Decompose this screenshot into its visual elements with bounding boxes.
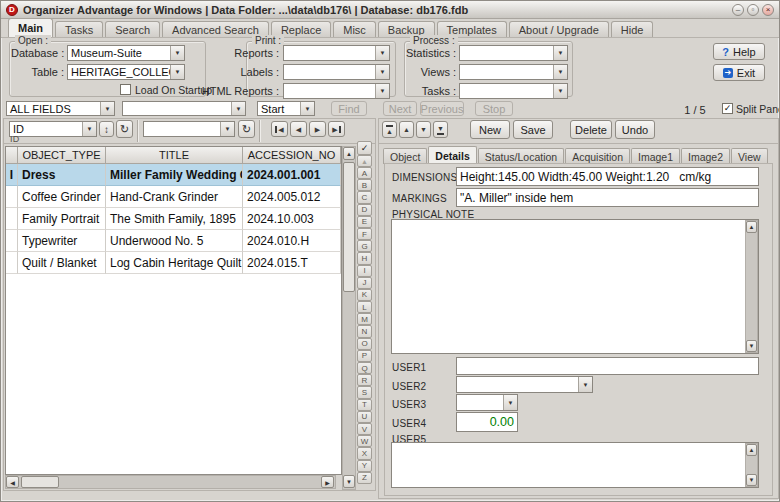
dimensions-field[interactable] <box>456 167 759 186</box>
alphabet-check-button[interactable]: ✓ <box>357 141 372 155</box>
chevron-down-icon[interactable]: ▼ <box>553 46 567 60</box>
new-button[interactable]: New <box>470 120 510 139</box>
table-row[interactable]: Coffee Grinder Hand-Crank Grinder 2024.0… <box>6 186 341 208</box>
tab-object[interactable]: Object <box>383 148 427 164</box>
tab-view[interactable]: View <box>731 148 768 164</box>
next-button[interactable]: Next <box>383 101 417 116</box>
search-field-select[interactable]: ALL FIELDS ▼ <box>6 101 115 116</box>
user3-select[interactable]: ▼ <box>456 394 518 411</box>
alphabet-button-n[interactable]: N <box>357 325 372 337</box>
previous-record-button[interactable]: ◀ <box>290 121 307 137</box>
first-record-button[interactable]: ▲ <box>382 121 397 138</box>
find-button[interactable]: Find <box>331 101 367 116</box>
undo-button[interactable]: Undo <box>615 120 655 139</box>
user1-field[interactable] <box>456 357 759 375</box>
grid-hscroll-thumb[interactable] <box>21 476 59 488</box>
last-record-button[interactable]: ▶ <box>328 121 345 137</box>
alphabet-button-f[interactable]: F <box>357 228 372 240</box>
alphabet-button-o[interactable]: O <box>357 338 372 350</box>
help-button[interactable]: ? Help <box>713 43 765 60</box>
alphabet-button-d[interactable]: D <box>357 204 372 216</box>
tasks-select[interactable]: ▼ <box>459 83 568 99</box>
tab-details[interactable]: Details <box>428 146 476 164</box>
sort-field-select[interactable]: ID ▼ <box>9 121 97 137</box>
table-row-selected[interactable]: I Dress Miller Family Wedding Gown 2024.… <box>6 164 341 186</box>
alphabet-button-e[interactable]: E <box>357 216 372 228</box>
filter-select[interactable]: ▼ <box>143 121 235 137</box>
tab-status-location[interactable]: Status/Location <box>478 148 564 164</box>
alphabet-button-g[interactable]: G <box>357 240 372 252</box>
html-reports-select[interactable]: ▼ <box>283 83 390 99</box>
chevron-down-icon[interactable]: ▼ <box>82 122 96 136</box>
tab-acquisition[interactable]: Acquisition <box>565 148 630 164</box>
alphabet-button-i[interactable]: I <box>357 265 372 277</box>
scroll-left-icon[interactable]: ◀ <box>6 476 19 488</box>
tab-about-upgrade[interactable]: About / Upgrade <box>509 21 609 37</box>
load-on-startup-checkbox[interactable] <box>120 84 131 95</box>
labels-select[interactable]: ▼ <box>283 64 390 80</box>
alphabet-button-h[interactable]: H <box>357 252 372 264</box>
alphabet-button-x[interactable]: X <box>357 447 372 459</box>
reports-select[interactable]: ▼ <box>283 45 390 61</box>
alphabet-up-icon[interactable]: ▲ <box>357 155 372 167</box>
database-select[interactable]: Museum-Suite ▼ <box>67 45 185 61</box>
tab-misc[interactable]: Misc <box>333 21 376 37</box>
minimize-icon[interactable]: – <box>732 4 744 16</box>
alphabet-button-w[interactable]: W <box>357 435 372 447</box>
column-header-title[interactable]: TITLE <box>106 147 243 164</box>
tab-tasks[interactable]: Tasks <box>55 21 103 37</box>
alphabet-button-q[interactable]: Q <box>357 362 372 374</box>
refresh-sort-button[interactable]: ↻ <box>116 120 133 138</box>
table-row[interactable]: Quilt / Blanket Log Cabin Heritage Quilt… <box>6 252 341 274</box>
next-record-button[interactable]: ▼ <box>416 121 431 138</box>
next-record-button[interactable]: ▶ <box>309 121 326 137</box>
alphabet-button-z[interactable]: Z <box>357 472 372 484</box>
stop-button[interactable]: Stop <box>475 101 513 116</box>
views-select[interactable]: ▼ <box>459 64 568 80</box>
scroll-down-icon[interactable]: ▼ <box>746 340 757 352</box>
markings-field[interactable] <box>456 188 759 207</box>
tab-image2[interactable]: Image2 <box>681 148 730 164</box>
chevron-down-icon[interactable]: ▼ <box>553 65 567 79</box>
chevron-down-icon[interactable]: ▼ <box>100 102 114 115</box>
split-panels-checkbox[interactable]: ✓ <box>722 103 733 114</box>
chevron-down-icon[interactable]: ▼ <box>220 122 234 136</box>
chevron-down-icon[interactable]: ▼ <box>300 102 314 115</box>
scroll-down-icon[interactable]: ▼ <box>343 475 355 488</box>
alphabet-button-y[interactable]: Y <box>357 460 372 472</box>
chevron-down-icon[interactable]: ▼ <box>553 84 567 98</box>
tab-search[interactable]: Search <box>105 21 160 37</box>
column-header-object-type[interactable]: OBJECT_TYPE <box>18 147 106 164</box>
table-row[interactable]: Typewriter Underwood No. 5 2024.010.H <box>6 230 341 252</box>
alphabet-button-m[interactable]: M <box>357 313 372 325</box>
alphabet-button-a[interactable]: A <box>357 167 372 179</box>
chevron-down-icon[interactable]: ▼ <box>170 65 184 79</box>
physical-note-field[interactable] <box>391 219 759 354</box>
first-record-button[interactable]: ◀ <box>271 121 288 137</box>
search-input[interactable]: ▼ <box>122 101 246 116</box>
alphabet-button-p[interactable]: P <box>357 350 372 362</box>
statistics-select[interactable]: ▼ <box>459 45 568 61</box>
previous-button[interactable]: Previous <box>420 101 464 116</box>
chevron-down-icon[interactable]: ▼ <box>170 46 184 60</box>
maximize-icon[interactable]: ▫ <box>747 4 759 16</box>
alphabet-button-l[interactable]: L <box>357 301 372 313</box>
alphabet-button-c[interactable]: C <box>357 191 372 203</box>
alphabet-button-t[interactable]: T <box>357 399 372 411</box>
table-row[interactable]: Family Portrait The Smith Family, 1895 2… <box>6 208 341 230</box>
chevron-down-icon[interactable]: ▼ <box>231 102 245 115</box>
sort-direction-button[interactable]: ↕ <box>99 121 114 137</box>
tab-hide[interactable]: Hide <box>611 21 654 37</box>
table-select[interactable]: HERITAGE_COLLECTION ▼ <box>67 64 185 80</box>
scroll-up-icon[interactable]: ▲ <box>746 444 757 456</box>
alphabet-button-u[interactable]: U <box>357 411 372 423</box>
scroll-down-icon[interactable]: ▼ <box>746 474 757 486</box>
alphabet-button-k[interactable]: K <box>357 289 372 301</box>
physical-note-scrollbar[interactable] <box>745 220 758 353</box>
user4-field[interactable] <box>456 412 518 432</box>
alphabet-button-j[interactable]: J <box>357 277 372 289</box>
user2-select[interactable]: ▼ <box>456 376 593 393</box>
scroll-right-icon[interactable]: ▶ <box>321 476 334 488</box>
chevron-down-icon[interactable]: ▼ <box>578 377 592 392</box>
close-icon[interactable]: × <box>762 4 774 16</box>
